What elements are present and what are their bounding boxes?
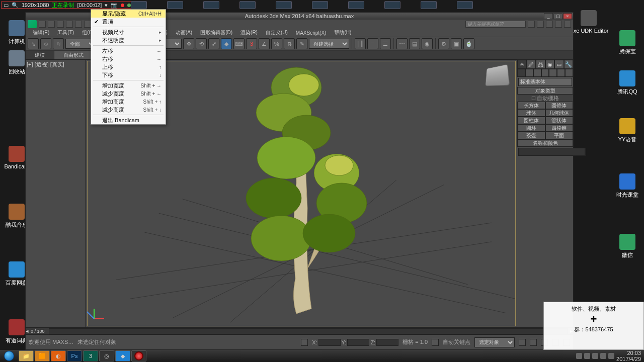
render-setup-icon[interactable]: ⚙ bbox=[438, 38, 449, 49]
btn-pyramid[interactable]: 四棱锥 bbox=[545, 124, 574, 132]
taskbar-3dsmax[interactable]: 3 bbox=[83, 350, 98, 361]
chevron-down-icon[interactable]: ▾ bbox=[105, 2, 108, 9]
viewport-label[interactable]: [+] [透视] [真实] bbox=[27, 61, 64, 67]
taskbar-clock[interactable]: 20:032017/4/29 bbox=[616, 350, 641, 362]
select-manipulate-icon[interactable]: ◆ bbox=[221, 38, 232, 49]
maximize-button[interactable]: ▢ bbox=[553, 13, 562, 19]
goto-start-icon[interactable] bbox=[519, 339, 526, 346]
create-tab-icon[interactable]: ✳ bbox=[517, 60, 527, 69]
percent-snap-icon[interactable]: % bbox=[271, 38, 282, 49]
modify-tab-icon[interactable]: 🖉 bbox=[527, 60, 536, 69]
object-color-swatch[interactable] bbox=[585, 148, 586, 156]
desktop-icon-wechat[interactable]: 微信 bbox=[615, 234, 640, 259]
minimize-button[interactable]: _ bbox=[544, 13, 553, 19]
task-thumb[interactable] bbox=[457, 1, 473, 9]
menu-edit[interactable]: 编辑(E) bbox=[29, 29, 53, 36]
menu-customize[interactable]: 自定义(U) bbox=[262, 29, 292, 36]
desktop-icon-yy[interactable]: YY语音 bbox=[615, 118, 640, 143]
motion-tab-icon[interactable]: ◉ bbox=[545, 60, 555, 69]
timeline[interactable]: ◂ 0 / 100 ▸ bbox=[26, 327, 573, 334]
menu-exit-bandicam[interactable]: 退出 Bandicam bbox=[91, 116, 166, 124]
snaps-3d-icon[interactable]: 3 bbox=[246, 38, 257, 49]
menu-pan-right[interactable]: 右移→ bbox=[91, 55, 166, 63]
timeline-track[interactable] bbox=[49, 328, 568, 334]
select-move-icon[interactable]: ✥ bbox=[183, 38, 194, 49]
select-scale-icon[interactable]: ⤢ bbox=[208, 38, 219, 49]
menu-dec-height[interactable]: 减少高度Shift + ↓ bbox=[91, 106, 166, 114]
key-filter-select[interactable]: 选定对象 bbox=[474, 337, 515, 347]
unlink-icon[interactable]: ⦸ bbox=[40, 38, 51, 49]
tab-freeform[interactable]: 自由形式 bbox=[54, 51, 93, 59]
favorite-icon[interactable] bbox=[555, 21, 562, 28]
task-thumb[interactable] bbox=[421, 1, 437, 9]
tray-volume-icon[interactable] bbox=[592, 353, 598, 359]
desktop-icon-tenbaobao[interactable]: 腾保宝 bbox=[615, 30, 640, 55]
menu-tools[interactable]: 工具(T) bbox=[53, 29, 78, 36]
angle-snap-icon[interactable]: ∠ bbox=[259, 38, 270, 49]
bandicam-bar[interactable]: ▭ 🔍 1920x1080 正在录制 [00:00:02] ▾ 📷 bbox=[1, 2, 140, 9]
new-icon[interactable] bbox=[39, 21, 46, 28]
btn-box[interactable]: 长方体 bbox=[517, 102, 545, 109]
btn-teapot[interactable]: 茶壶 bbox=[517, 132, 545, 139]
taskbar-item[interactable]: ◎ bbox=[99, 350, 114, 361]
task-thumb[interactable] bbox=[276, 1, 292, 9]
systems-icon[interactable] bbox=[565, 69, 573, 77]
taskbar-item[interactable]: ◐ bbox=[51, 350, 66, 361]
record-dot-icon[interactable] bbox=[121, 4, 124, 7]
hierarchy-tab-icon[interactable]: 品 bbox=[536, 60, 545, 69]
select-rotate-icon[interactable]: ⟲ bbox=[196, 38, 207, 49]
object-name-input[interactable] bbox=[518, 148, 585, 156]
mirror-icon[interactable]: │┃ bbox=[355, 38, 366, 49]
help-icon[interactable] bbox=[528, 21, 535, 28]
task-thumb[interactable] bbox=[167, 1, 183, 9]
menu-help[interactable]: 帮助(H) bbox=[330, 29, 355, 36]
tab-modeling[interactable]: 建模 bbox=[26, 51, 54, 59]
y-input[interactable] bbox=[347, 339, 369, 346]
menu-video-size[interactable]: 视频尺寸▸ bbox=[91, 28, 166, 36]
undo-icon[interactable] bbox=[66, 21, 73, 28]
btn-cylinder[interactable]: 圆柱体 bbox=[517, 117, 545, 124]
autokey-button[interactable]: 自动关键点 bbox=[443, 338, 470, 346]
task-thumb[interactable] bbox=[348, 1, 364, 9]
menu-always-top[interactable]: ✔置顶 bbox=[91, 18, 166, 26]
select-link-icon[interactable]: ↘ bbox=[28, 38, 39, 49]
camera-icon[interactable]: 📷 bbox=[111, 2, 118, 9]
task-thumb[interactable] bbox=[203, 1, 219, 9]
lock-icon[interactable] bbox=[301, 339, 308, 346]
named-selection-sets[interactable]: 创建选择集 bbox=[309, 39, 349, 49]
exchange-icon[interactable] bbox=[546, 21, 553, 28]
keyboard-shortcut-icon[interactable]: ⌨ bbox=[233, 38, 245, 49]
taskbar-item[interactable]: 🟧 bbox=[35, 350, 50, 361]
task-thumb[interactable] bbox=[312, 1, 328, 9]
x-input[interactable] bbox=[318, 339, 341, 346]
menu-animation[interactable]: 动画(A) bbox=[172, 29, 196, 36]
btn-sphere[interactable]: 球体 bbox=[517, 109, 545, 117]
rollout-object-type[interactable]: 对象类型 bbox=[517, 87, 573, 95]
link-icon[interactable] bbox=[84, 21, 91, 28]
viewport-label-panel[interactable]: [+] [透视] [真实] bbox=[26, 60, 86, 327]
add-time-tag-icon[interactable] bbox=[432, 339, 439, 346]
align-icon[interactable]: ≡ bbox=[367, 38, 378, 49]
menu-opacity[interactable]: 不透明度▸ bbox=[91, 36, 166, 44]
rollout-name-color[interactable]: 名称和颜色 bbox=[517, 139, 573, 147]
menu-pan-down[interactable]: 下移↓ bbox=[91, 71, 166, 79]
btn-cone[interactable]: 圆锥体 bbox=[545, 102, 574, 109]
edit-named-sel-icon[interactable]: ✎ bbox=[296, 38, 307, 49]
curve-editor-icon[interactable]: 〰 bbox=[396, 38, 408, 49]
lights-icon[interactable] bbox=[533, 69, 541, 77]
start-button[interactable] bbox=[0, 350, 18, 362]
tray-network-icon[interactable] bbox=[600, 353, 606, 359]
helpers-icon[interactable] bbox=[549, 69, 557, 77]
tray-icon[interactable] bbox=[576, 353, 582, 359]
tree-model[interactable] bbox=[221, 60, 382, 319]
open-icon[interactable] bbox=[48, 21, 55, 28]
taskbar-photoshop[interactable]: Ps bbox=[67, 350, 82, 361]
primitive-dropdown[interactable]: 标准基本体 bbox=[518, 78, 572, 86]
prev-frame-icon[interactable] bbox=[530, 339, 537, 346]
menu-show-hide[interactable]: 显示/隐藏Ctrl+Alt+H bbox=[91, 10, 166, 18]
bind-icon[interactable]: ≋ bbox=[53, 38, 64, 49]
geometry-icon[interactable] bbox=[517, 69, 525, 77]
render-frame-icon[interactable]: ▣ bbox=[451, 38, 462, 49]
task-thumb[interactable] bbox=[384, 1, 400, 9]
shapes-icon[interactable] bbox=[525, 69, 533, 77]
